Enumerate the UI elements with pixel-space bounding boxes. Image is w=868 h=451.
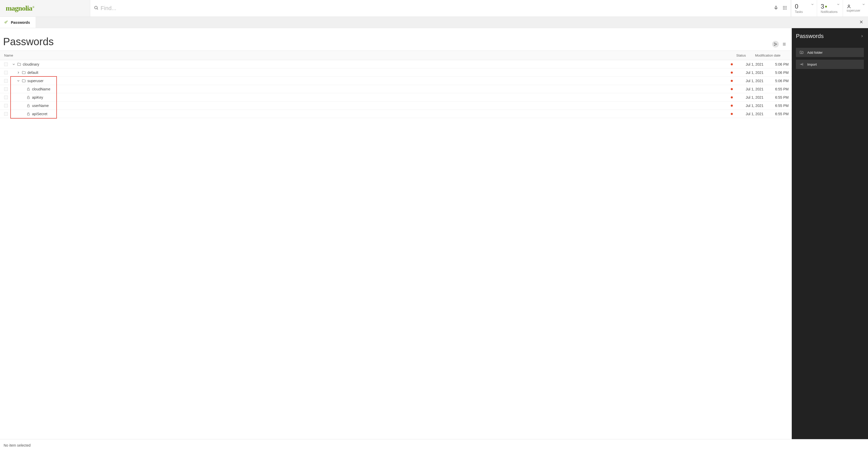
row-name: apiKey — [32, 95, 43, 99]
table-row[interactable]: apiKeyJul 1, 20216:55 PM — [0, 93, 792, 101]
notification-indicator-dot — [825, 6, 827, 7]
tree-view-toggle[interactable] — [772, 41, 779, 47]
table-row[interactable]: userNameJul 1, 20216:55 PM — [0, 101, 792, 110]
chevron-down-icon — [862, 3, 865, 7]
svg-point-9 — [786, 7, 786, 8]
apps-grid-icon[interactable] — [782, 5, 787, 11]
row-checkbox[interactable] — [4, 63, 8, 66]
chevron-right-icon[interactable] — [17, 71, 20, 74]
search-bar[interactable] — [90, 0, 791, 17]
tree-table: Name Status Modification date cloudinary… — [0, 51, 792, 439]
row-date: Jul 1, 2021 — [741, 95, 772, 99]
folder-icon — [17, 62, 21, 66]
svg-rect-23 — [27, 89, 29, 90]
logo-region[interactable]: magnolia® — [0, 0, 90, 17]
notifications-label: Notifications — [821, 10, 839, 14]
svg-point-10 — [783, 9, 784, 9]
row-time: 5:06 PM — [772, 79, 792, 83]
row-date: Jul 1, 2021 — [741, 104, 772, 108]
main-area: Passwords Name Status Modification date … — [0, 28, 868, 439]
svg-rect-2 — [775, 6, 777, 8]
tab-passwords[interactable]: Passwords — [0, 17, 36, 28]
content-area: Passwords Name Status Modification date … — [0, 28, 792, 439]
row-date: Jul 1, 2021 — [741, 70, 772, 75]
status-dot — [731, 113, 733, 115]
user-box[interactable]: superuser — [843, 0, 868, 17]
svg-rect-26 — [27, 114, 29, 115]
tab-label: Passwords — [11, 21, 30, 25]
tasks-box[interactable]: 0 Tasks — [791, 0, 817, 17]
row-time: 6:55 PM — [772, 104, 792, 108]
close-icon[interactable] — [859, 20, 863, 25]
column-name[interactable]: Name — [0, 51, 732, 60]
lock-icon — [26, 95, 31, 99]
row-time: 5:06 PM — [772, 70, 792, 75]
chevron-right-icon[interactable] — [860, 33, 864, 39]
svg-point-6 — [786, 6, 786, 7]
row-date: Jul 1, 2021 — [741, 112, 772, 116]
action-panel-title-row: Passwords — [796, 33, 864, 39]
chevron-down-icon[interactable] — [17, 79, 20, 83]
action-button-label: Import — [807, 63, 817, 66]
action-panel: Passwords Add folderImport — [792, 28, 868, 439]
row-name: apiSecret — [32, 112, 47, 116]
svg-point-12 — [786, 9, 786, 9]
svg-point-18 — [774, 45, 775, 46]
row-name: superuser — [27, 79, 43, 83]
svg-point-4 — [783, 6, 784, 7]
table-row[interactable]: cloudNameJul 1, 20216:55 PM — [0, 85, 792, 93]
row-checkbox[interactable] — [4, 112, 8, 116]
svg-point-11 — [784, 9, 785, 9]
row-time: 6:55 PM — [772, 112, 792, 116]
table-row[interactable]: defaultJul 1, 20215:06 PM — [0, 68, 792, 77]
svg-point-7 — [783, 7, 784, 8]
row-checkbox[interactable] — [4, 71, 8, 74]
key-icon — [4, 20, 8, 25]
svg-point-0 — [95, 6, 97, 9]
microphone-icon[interactable] — [774, 5, 778, 11]
column-status[interactable]: Status — [732, 51, 750, 60]
page-title: Passwords — [3, 36, 772, 47]
action-panel-title: Passwords — [796, 33, 824, 39]
svg-point-19 — [776, 44, 777, 45]
svg-point-8 — [784, 7, 785, 8]
svg-rect-24 — [27, 97, 29, 99]
status-dot — [731, 96, 733, 98]
folder-icon — [22, 79, 26, 83]
search-input[interactable] — [100, 5, 770, 12]
action-button-label: Add folder — [807, 51, 823, 55]
svg-point-5 — [784, 6, 785, 7]
status-dot — [731, 80, 733, 82]
view-toggles — [772, 41, 787, 47]
app-header: magnolia® 0 Tasks 3 Notifications superu… — [0, 0, 868, 17]
row-checkbox[interactable] — [4, 96, 8, 99]
column-date[interactable]: Modification date — [750, 51, 792, 60]
chevron-down-icon[interactable] — [12, 63, 16, 66]
notifications-box[interactable]: 3 Notifications — [817, 0, 843, 17]
chevron-down-icon — [836, 3, 840, 7]
folder-plus-icon — [800, 51, 804, 55]
table-body: cloudinaryJul 1, 20215:06 PMdefaultJul 1… — [0, 60, 792, 118]
status-dot — [731, 71, 733, 74]
row-name: userName — [32, 104, 49, 108]
row-time: 6:55 PM — [772, 95, 792, 99]
list-view-toggle[interactable] — [781, 41, 787, 47]
row-checkbox[interactable] — [4, 87, 8, 91]
lock-icon — [26, 87, 31, 91]
svg-point-17 — [774, 43, 775, 44]
logo: magnolia® — [6, 4, 34, 12]
row-name: cloudinary — [23, 62, 39, 66]
row-date: Jul 1, 2021 — [741, 79, 772, 83]
add-folder-button[interactable]: Add folder — [796, 48, 864, 57]
table-row[interactable]: cloudinaryJul 1, 20215:06 PM — [0, 60, 792, 68]
import-button[interactable]: Import — [796, 60, 864, 69]
status-bar: No item selected — [0, 439, 868, 451]
row-checkbox[interactable] — [4, 104, 8, 107]
table-row[interactable]: superuserJul 1, 20215:06 PM — [0, 77, 792, 85]
chevron-down-icon — [811, 3, 814, 7]
user-name: superuser — [846, 9, 864, 12]
folder-icon — [22, 70, 26, 75]
row-checkbox[interactable] — [4, 79, 8, 83]
table-row[interactable]: apiSecretJul 1, 20216:55 PM — [0, 110, 792, 118]
svg-line-1 — [97, 8, 98, 9]
